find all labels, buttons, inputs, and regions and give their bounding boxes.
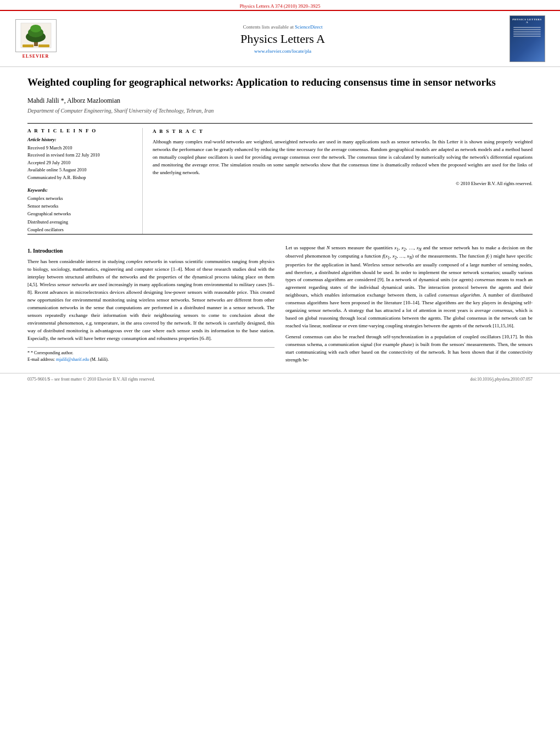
section1-title: Introduction [33, 248, 63, 254]
footer-license: 0375-9601/$ – see front matter © 2010 El… [27, 377, 155, 382]
keyword-3: Geographical networks [27, 210, 134, 217]
authors: Mahdi Jalili *, Alborz Mazloomian [27, 97, 533, 105]
keyword-5: Coupled oscillators [27, 226, 134, 233]
svg-point-4 [30, 25, 41, 32]
keyword-4: Distributed averaging [27, 218, 134, 226]
author-names: Mahdi Jalili *, Alborz Mazloomian [27, 97, 120, 104]
journal-url[interactable]: www.elsevier.com/locate/pla [66, 48, 500, 54]
section-divider [27, 234, 533, 235]
journal-cover-area: PHYSICS LETTERS A [505, 15, 549, 62]
abstract-title: A B S T R A C T [153, 128, 533, 136]
body-content: 1. Introduction There has been considera… [0, 239, 560, 373]
article-info-col: A R T I C L E I N F O Article history: R… [27, 128, 143, 234]
email-name: (M. Jalili). [90, 357, 109, 362]
email-label: E-mail address: [27, 357, 55, 362]
keywords-label: Keywords: [27, 187, 134, 193]
corresponding-note: * * Corresponding author. [27, 350, 275, 356]
abstract-text: Although many complex real-world network… [153, 138, 533, 177]
svg-rect-5 [23, 44, 33, 47]
received-date: Received 9 March 2010 [27, 144, 134, 152]
communicated-by: Communicated by A.R. Bishop [27, 174, 134, 182]
page: Physics Letters A 374 (2010) 3920–3925 [0, 0, 560, 742]
body-left-col: 1. Introduction There has been considera… [27, 244, 275, 367]
body-two-col: 1. Introduction There has been considera… [27, 244, 533, 367]
section1-heading: 1. Introduction [27, 247, 275, 255]
logo-box [15, 19, 57, 52]
copyright: © 2010 Elsevier B.V. All rights reserved… [153, 180, 533, 187]
contents-available: Contents lists available at ScienceDirec… [66, 24, 500, 30]
sciencedirect-link[interactable]: ScienceDirect [295, 24, 322, 30]
elsevier-label: ELSEVIER [23, 54, 49, 59]
journal-header: ELSEVIER Contents lists available at Sci… [0, 10, 560, 67]
citation-bar: Physics Letters A 374 (2010) 3920–3925 [0, 0, 560, 10]
intro-para2: Let us suppose that N sensors measure th… [285, 244, 533, 330]
journal-title: Physics Letters A [66, 32, 500, 46]
received-revised-date: Received in revised form 22 July 2010 [27, 152, 134, 159]
history-label: Article history: [27, 137, 134, 142]
keyword-2: Sensor networks [27, 202, 134, 210]
citation-text: Physics Letters A 374 (2010) 3920–3925 [239, 3, 320, 9]
elsevier-logo: ELSEVIER [11, 19, 60, 59]
footer-doi: doi:10.1016/j.physleta.2010.07.057 [470, 377, 533, 382]
cover-title: PHYSICS LETTERS A [512, 18, 542, 24]
affiliation: Department of Computer Engineering, Shar… [27, 108, 533, 114]
email-address[interactable]: mjalili@sharif.edu [56, 357, 89, 362]
contents-text: Contents lists available at [243, 24, 294, 30]
footer: 0375-9601/$ – see front matter © 2010 El… [0, 373, 560, 385]
cover-decoration [513, 27, 541, 38]
article-title: Weighted coupling for geographical netwo… [27, 75, 533, 90]
article-info-abstract: A R T I C L E I N F O Article history: R… [27, 123, 533, 234]
article-info-title: A R T I C L E I N F O [27, 128, 134, 133]
accepted-date: Accepted 29 July 2010 [27, 159, 134, 167]
journal-center: Contents lists available at ScienceDirec… [66, 24, 500, 54]
email-line: E-mail address: mjalili@sharif.edu (M. J… [27, 356, 275, 363]
journal-cover-image: PHYSICS LETTERS A [509, 15, 545, 62]
footnote-section: * * Corresponding author. E-mail address… [27, 347, 275, 363]
section1-number: 1. [27, 248, 32, 254]
keyword-1: Complex networks [27, 194, 134, 202]
intro-para3: General consensus can also be reached th… [285, 333, 533, 364]
svg-rect-6 [38, 44, 49, 47]
intro-para1: There has been considerable interest in … [27, 258, 275, 342]
available-date: Available online 5 August 2010 [27, 166, 134, 174]
keywords-section: Keywords: Complex networks Sensor networ… [27, 187, 134, 234]
abstract-col: A B S T R A C T Although many complex re… [143, 128, 533, 234]
article-header: Weighted coupling for geographical netwo… [0, 67, 560, 123]
elsevier-tree-icon [18, 20, 54, 51]
corresponding-text: * Corresponding author. [31, 350, 74, 355]
body-right-col: Let us suppose that N sensors measure th… [285, 244, 533, 367]
